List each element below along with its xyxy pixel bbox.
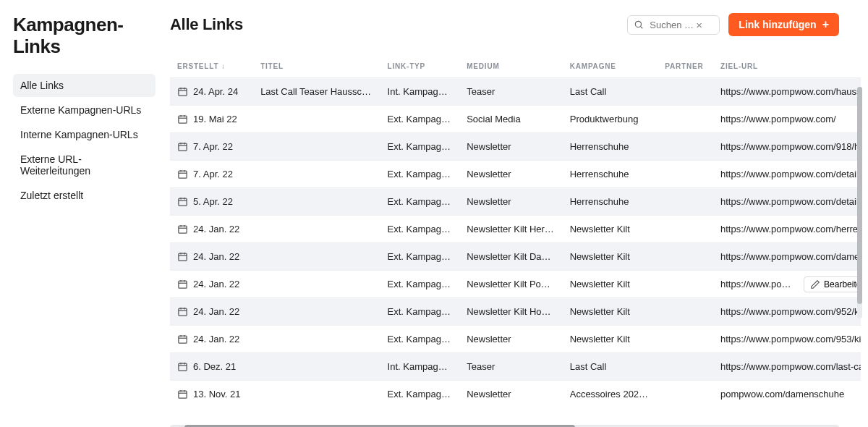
table-scroll[interactable]: ERSTELLT ↓ TITEL LINK-TYP MEDIUM KAMPAGN…	[170, 62, 861, 419]
svg-rect-36	[179, 308, 187, 316]
col-medium[interactable]: MEDIUM	[459, 62, 563, 78]
sidebar-item-0[interactable]: Alle Links	[13, 74, 156, 97]
cell-url: https://www.pompwow.com/	[720, 114, 836, 124]
cell-date: 24. Jan. 22	[193, 334, 239, 344]
calendar-icon	[177, 169, 188, 179]
table-row[interactable]: 7. Apr. 22Ext. KampagnenNewsletterHerren…	[170, 161, 861, 188]
cell-type: Ext. Kampagnen	[380, 271, 460, 298]
svg-point-0	[636, 21, 642, 27]
cell-medium: Newsletter	[459, 133, 563, 161]
cell-type: Ext. Kampagnen	[380, 298, 460, 326]
sidebar-item-4[interactable]: Zuletzt erstellt	[13, 184, 156, 207]
cell-campaign: Accessoires 2021-11	[563, 381, 658, 408]
table-row[interactable]: 6. Dez. 21Int. KampagnenTeaserLast Callh…	[170, 353, 861, 381]
svg-rect-26	[179, 253, 187, 261]
cell-date: 24. Jan. 22	[193, 251, 239, 262]
cell-url: https://www.pompwow.com/hausschuhe/	[720, 86, 861, 97]
calendar-icon	[177, 334, 188, 344]
cell-url: https://www.pompwow.com/918/harry-pop	[720, 141, 861, 152]
col-url[interactable]: ZIEL-URL	[713, 62, 861, 78]
vertical-scrollbar[interactable]	[857, 87, 862, 318]
table-row[interactable]: 7. Apr. 22Ext. KampagnenNewsletterHerren…	[170, 133, 861, 161]
cell-partner	[658, 381, 713, 408]
cell-partner	[658, 188, 713, 216]
cell-campaign: Last Call	[563, 353, 658, 381]
cell-date: 5. Apr. 22	[193, 196, 233, 207]
sidebar: Kampagnen-Links Alle LinksExterne Kampag…	[0, 0, 156, 427]
cell-title	[253, 188, 380, 216]
cell-date: 24. Jan. 22	[193, 224, 239, 234]
table-row[interactable]: 24. Jan. 22Ext. KampagnenNewsletter Kilt…	[170, 216, 861, 243]
sidebar-item-1[interactable]: Externe Kampagnen-URLs	[13, 98, 156, 122]
table-row[interactable]: 19. Mai 22Ext. KampagnenSocial MediaProd…	[170, 106, 861, 133]
cell-campaign: Newsletter Kilt	[563, 216, 658, 243]
cell-title	[253, 298, 380, 326]
cell-medium: Social Media	[459, 106, 563, 133]
sidebar-item-3[interactable]: Externe URL-Weiterleitungen	[13, 148, 156, 182]
cell-title	[253, 133, 380, 161]
cell-date: 19. Mai 22	[193, 114, 237, 124]
cell-medium: Newsletter	[459, 381, 563, 408]
cell-url: https://www.pompwow.com/damenschuhe/	[720, 251, 861, 262]
cell-medium: Newsletter	[459, 161, 563, 188]
cell-partner	[658, 271, 713, 298]
cell-type: Ext. Kampagnen	[380, 188, 460, 216]
search-input[interactable]	[648, 19, 694, 31]
vertical-scrollbar-thumb[interactable]	[857, 87, 862, 304]
cell-url: https://www.pompwow.com/952/kilt-hosbo	[720, 306, 861, 317]
cell-url: https://www.pompwow.com/detail/index/sAr…	[720, 169, 861, 179]
cell-campaign: Last Call	[563, 78, 658, 106]
table-row[interactable]: 24. Jan. 22Ext. KampagnenNewsletterNewsl…	[170, 326, 861, 353]
cell-campaign: Newsletter Kilt	[563, 326, 658, 353]
calendar-icon	[177, 389, 188, 399]
table-row[interactable]: 24. Jan. 22Ext. KampagnenNewsletter Kilt…	[170, 271, 861, 298]
col-campaign[interactable]: KAMPAGNE	[563, 62, 658, 78]
cell-medium: Teaser	[459, 353, 563, 381]
cell-type: Ext. Kampagnen	[380, 106, 460, 133]
search-box[interactable]: ×	[627, 15, 720, 35]
cell-date: 7. Apr. 22	[193, 141, 233, 152]
sidebar-item-2[interactable]: Interne Kampagnen-URLs	[13, 123, 156, 146]
table-row[interactable]: 24. Jan. 22Ext. KampagnenNewsletter Kilt…	[170, 298, 861, 326]
col-linktype[interactable]: LINK-TYP	[380, 62, 460, 78]
col-created[interactable]: ERSTELLT ↓	[170, 62, 253, 78]
cell-title	[253, 353, 380, 381]
calendar-icon	[177, 141, 188, 152]
cell-partner	[658, 326, 713, 353]
svg-line-1	[641, 27, 643, 29]
cell-title	[253, 216, 380, 243]
cell-partner	[658, 216, 713, 243]
search-icon	[634, 20, 644, 30]
clear-search-icon[interactable]: ×	[694, 20, 704, 30]
cell-date: 24. Jan. 22	[193, 306, 239, 317]
edit-button[interactable]: Bearbeiten	[804, 276, 861, 292]
cell-type: Int. Kampagnen	[380, 78, 460, 106]
col-partner[interactable]: PARTNER	[658, 62, 713, 78]
svg-rect-10	[179, 143, 187, 151]
table-row[interactable]: 5. Apr. 22Ext. KampagnenNewsletterHerren…	[170, 188, 861, 216]
svg-rect-6	[179, 116, 187, 123]
cell-date: 13. Nov. 21	[193, 389, 241, 399]
cell-partner	[658, 133, 713, 161]
table-row[interactable]: 24. Jan. 22Ext. KampagnenNewsletter Kilt…	[170, 243, 861, 271]
plus-icon: +	[822, 19, 829, 30]
col-title[interactable]: TITEL	[253, 62, 380, 78]
table-row[interactable]: 24. Apr. 24Last Call Teaser HausschuheIn…	[170, 78, 861, 106]
cell-medium: Teaser	[459, 78, 563, 106]
cell-title: Last Call Teaser Hausschuhe	[253, 78, 380, 106]
links-table: ERSTELLT ↓ TITEL LINK-TYP MEDIUM KAMPAGN…	[170, 62, 861, 407]
cell-type: Ext. Kampagnen	[380, 161, 460, 188]
sidebar-title: Kampagnen-Links	[13, 14, 156, 58]
cell-campaign: Newsletter Kilt	[563, 298, 658, 326]
svg-rect-30	[179, 281, 187, 288]
cell-campaign: Produktwerbung	[563, 106, 658, 133]
svg-rect-14	[179, 171, 187, 178]
cell-date: 24. Apr. 24	[193, 86, 238, 97]
sidebar-nav: Alle LinksExterne Kampagnen-URLsInterne …	[13, 74, 156, 207]
cell-type: Ext. Kampagnen	[380, 133, 460, 161]
cell-url: https://www.pompwow.com/detail/index/sAr…	[720, 196, 861, 207]
table-row[interactable]: 13. Nov. 21Ext. KampagnenNewsletterAcces…	[170, 381, 861, 408]
calendar-icon	[177, 224, 188, 234]
cell-date: 24. Jan. 22	[193, 279, 239, 289]
add-link-button[interactable]: Link hinzufügen +	[728, 13, 839, 36]
